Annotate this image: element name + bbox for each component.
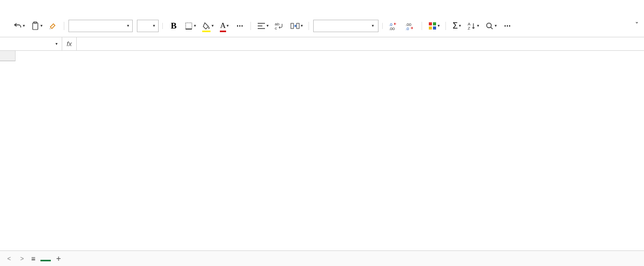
sheet-nav-next[interactable]: >	[18, 255, 26, 262]
chevron-down-icon: ▾	[127, 23, 129, 28]
svg-text:.00: .00	[389, 26, 395, 30]
chevron-down-icon: ▾	[495, 23, 497, 28]
svg-rect-0	[33, 23, 38, 30]
find-button[interactable]: ▾	[483, 19, 499, 33]
svg-rect-9	[291, 23, 293, 29]
svg-rect-18	[433, 26, 436, 30]
svg-rect-2	[186, 23, 192, 29]
merge-button[interactable]: ▾	[288, 19, 305, 33]
font-color-button[interactable]: A ▾	[218, 19, 231, 33]
svg-rect-16	[433, 22, 436, 25]
chevron-down-icon: ▾	[40, 23, 43, 28]
name-box[interactable]: ▾	[0, 37, 62, 50]
svg-text:Z: Z	[468, 26, 470, 30]
svg-line-22	[491, 27, 493, 29]
spreadsheet-grid[interactable]	[0, 51, 644, 236]
wrap-text-button[interactable]: abc	[273, 19, 286, 33]
conditional-format-button[interactable]: ▾	[426, 19, 442, 33]
bold-button[interactable]: B	[167, 19, 180, 33]
chevron-down-icon: ▾	[23, 23, 25, 28]
add-sheet-button[interactable]: +	[56, 254, 61, 263]
chevron-down-icon: ▾	[212, 23, 214, 28]
sheet-tab[interactable]	[40, 256, 51, 261]
chevron-down-icon: ▾	[477, 23, 479, 28]
number-format-select[interactable]: ▾	[313, 20, 379, 32]
svg-rect-15	[429, 22, 432, 25]
font-size-select[interactable]: ▾	[137, 20, 159, 32]
ribbon-toolbar: ▾ ▾ ▾ ▾ B ▾ ▾ A	[0, 15, 644, 37]
more-font-button[interactable]: ⋯	[233, 19, 247, 33]
select-all-corner[interactable]	[0, 51, 16, 61]
font-family-select[interactable]: ▾	[68, 20, 133, 32]
ribbon-tabs	[0, 0, 644, 15]
chevron-down-icon: ▾	[55, 41, 58, 46]
svg-rect-17	[429, 26, 432, 30]
chevron-down-icon: ▾	[267, 23, 269, 28]
sort-filter-button[interactable]: AZ ▾	[466, 19, 481, 33]
sheet-tab-bar: < > ≡ +	[0, 250, 644, 266]
decrease-decimal-button[interactable]: .0.00	[387, 19, 401, 33]
svg-text:.0: .0	[405, 26, 409, 30]
svg-text:c: c	[275, 26, 277, 30]
format-painter-button[interactable]	[47, 19, 60, 33]
formula-bar: ▾ fx	[0, 37, 644, 51]
autosum-button[interactable]: Σ▾	[450, 19, 464, 33]
chevron-down-icon: ▾	[438, 23, 440, 28]
undo-button[interactable]: ▾	[11, 19, 27, 33]
borders-button[interactable]: ▾	[183, 19, 198, 33]
svg-point-21	[487, 23, 492, 27]
chevron-down-icon: ▾	[301, 23, 303, 28]
chevron-down-icon: ▾	[153, 23, 155, 28]
sheet-nav-prev[interactable]: <	[5, 255, 13, 262]
fill-color-button[interactable]: ▾	[200, 19, 216, 33]
fx-icon[interactable]: fx	[62, 37, 77, 50]
svg-rect-10	[297, 23, 299, 29]
formula-input[interactable]	[77, 37, 644, 50]
chevron-down-icon: ▾	[459, 23, 461, 28]
all-sheets-button[interactable]: ≡	[31, 255, 35, 263]
more-tools-button[interactable]: ⋯	[501, 19, 514, 33]
collapse-ribbon-button[interactable]: ⌄	[635, 19, 639, 24]
chevron-down-icon: ▾	[227, 23, 229, 28]
chevron-down-icon: ▾	[194, 23, 196, 28]
increase-decimal-button[interactable]: .00.0	[403, 19, 418, 33]
chevron-down-icon: ▾	[372, 23, 374, 28]
clipboard-button[interactable]: ▾	[29, 19, 45, 33]
align-button[interactable]: ▾	[255, 19, 271, 33]
